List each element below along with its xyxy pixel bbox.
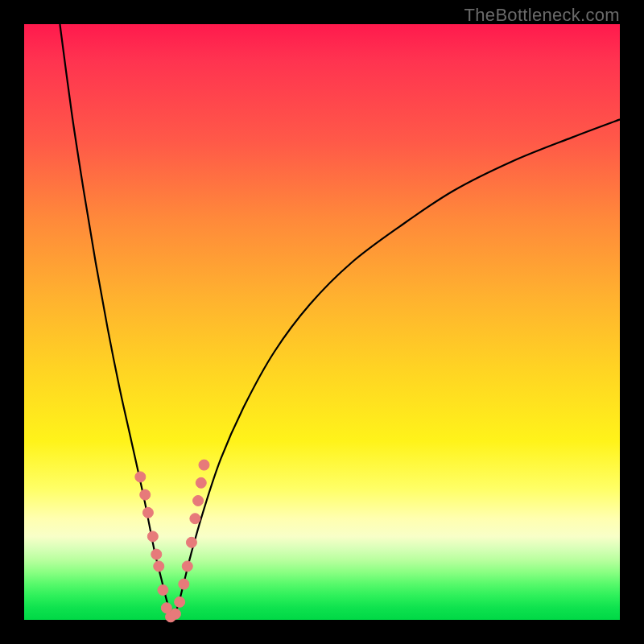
curve-left-branch (60, 24, 173, 620)
data-point (140, 489, 151, 500)
data-point (193, 496, 204, 506)
curve-right-branch (173, 119, 620, 620)
data-point (175, 597, 185, 607)
data-point (142, 507, 153, 518)
data-point (135, 472, 146, 482)
data-point (170, 609, 180, 619)
chart-frame: TheBottleneck.com (0, 0, 644, 644)
data-point (179, 579, 189, 589)
data-point (196, 477, 206, 488)
data-point-markers (135, 460, 209, 622)
data-point (199, 460, 209, 470)
chart-svg (24, 24, 620, 620)
data-point (190, 514, 200, 524)
watermark-text: TheBottleneck.com (464, 5, 620, 26)
data-point (186, 537, 196, 547)
data-point (154, 561, 164, 572)
data-point (182, 561, 192, 572)
data-point (151, 549, 162, 559)
data-point (158, 585, 168, 596)
plot-area (24, 24, 620, 620)
data-point (147, 531, 158, 542)
